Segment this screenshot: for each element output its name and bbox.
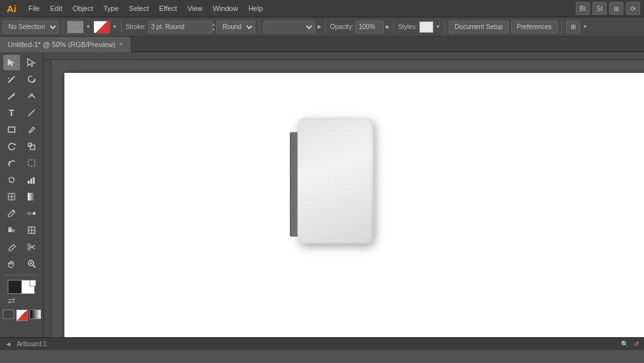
- tool-row-mesh: [1, 189, 42, 204]
- arrange-icon-btn[interactable]: ⊞: [566, 21, 580, 34]
- workspace-icon-btn[interactable]: ⊞: [609, 2, 623, 15]
- hand-tool[interactable]: [3, 256, 20, 271]
- fill-dropdown-arrow[interactable]: ▼: [86, 24, 91, 30]
- menu-view[interactable]: View: [182, 0, 208, 17]
- styles-dropdown-arrow[interactable]: ▼: [435, 24, 440, 30]
- status-zoom-icon[interactable]: 🔍: [621, 340, 629, 348]
- variable-width-item: [263, 21, 315, 34]
- line-tool[interactable]: [23, 105, 40, 121]
- menu-edit[interactable]: Edit: [45, 0, 68, 17]
- eraser-tool[interactable]: [3, 239, 20, 255]
- svg-rect-33: [8, 227, 12, 229]
- styles-swatch[interactable]: [419, 21, 433, 33]
- zoom-tool[interactable]: [23, 256, 40, 271]
- curvature-tool[interactable]: [23, 88, 40, 104]
- live-paint-tool[interactable]: [3, 222, 20, 238]
- pencil-tool[interactable]: [23, 122, 40, 137]
- menu-window[interactable]: Window: [208, 0, 243, 17]
- gradient-swatch[interactable]: [30, 309, 41, 319]
- status-text: Artboard 1: [17, 340, 47, 348]
- menu-help[interactable]: Help: [243, 0, 269, 17]
- tool-row-rotate: [1, 139, 42, 154]
- stroke-down-arrow[interactable]: ▼: [212, 27, 216, 32]
- stroke-swatch[interactable]: [93, 21, 110, 34]
- stroke-up-arrow[interactable]: ▲: [212, 22, 216, 27]
- rotate-tool[interactable]: [3, 139, 20, 154]
- stroke-spinners[interactable]: ▲ ▼: [212, 22, 216, 32]
- svg-rect-32: [12, 229, 15, 232]
- selection-dropdown[interactable]: No Selection: [3, 21, 59, 34]
- magic-wand-tool[interactable]: ✦: [3, 72, 20, 87]
- toolbox: ✦ T: [0, 52, 44, 350]
- stroke-type-dropdown[interactable]: Round: [216, 21, 255, 34]
- preferences-button[interactable]: Preferences: [511, 21, 558, 34]
- tool-row-type: T: [1, 105, 42, 121]
- menu-object[interactable]: Object: [68, 0, 99, 17]
- canvas-area[interactable]: [52, 60, 644, 350]
- reset-colors-icon[interactable]: [30, 280, 36, 286]
- mesh-tool[interactable]: [3, 189, 20, 204]
- rectangle-tool[interactable]: [3, 122, 20, 137]
- arrange-expand[interactable]: ▼: [583, 24, 588, 30]
- menu-file[interactable]: File: [23, 0, 45, 17]
- svg-point-16: [10, 181, 12, 182]
- svg-rect-8: [8, 127, 15, 132]
- stroke-size-item: Stroke: ▲ ▼ Round: [126, 21, 256, 34]
- scale-tool[interactable]: [23, 139, 40, 154]
- status-bar: ◄ Artboard 1 🔍 ↺: [0, 337, 644, 350]
- stroke-label: Stroke:: [126, 23, 146, 30]
- tb-divider-4: [325, 21, 326, 34]
- tool-row-livepaint: [1, 222, 42, 238]
- menu-effect[interactable]: Effect: [154, 0, 182, 17]
- column-graph-tool[interactable]: [23, 172, 40, 188]
- selection-tool[interactable]: [3, 55, 20, 70]
- svg-rect-26: [28, 193, 35, 201]
- tool-row-wand: ✦: [1, 72, 42, 87]
- warp-tool[interactable]: [3, 155, 20, 171]
- ruler-vertical: [44, 60, 52, 337]
- tb-divider-6: [444, 21, 445, 34]
- pen-tool[interactable]: [3, 88, 20, 104]
- direct-selection-tool[interactable]: [23, 55, 40, 70]
- slice-tool[interactable]: [23, 222, 40, 238]
- tool-row-symbol: [1, 172, 42, 188]
- stock-icon-btn[interactable]: St: [592, 2, 607, 15]
- status-arrow-icon[interactable]: ◄: [5, 340, 12, 348]
- swap-colors-icon[interactable]: ⇄: [8, 295, 15, 306]
- document-setup-button[interactable]: Document Setup: [449, 21, 509, 34]
- color-mode-swatch[interactable]: [3, 309, 14, 319]
- variable-width-dropdown[interactable]: [263, 21, 315, 34]
- symbol-sprayer-tool[interactable]: [3, 172, 20, 188]
- free-transform-tool[interactable]: [23, 155, 40, 171]
- svg-text:✦: ✦: [7, 76, 10, 80]
- foreground-color[interactable]: [8, 280, 22, 294]
- bridge-icon-btn[interactable]: Br: [576, 2, 590, 15]
- stroke-dropdown-arrow[interactable]: ▼: [112, 24, 117, 30]
- fill-swatch[interactable]: [67, 21, 84, 34]
- opacity-expand[interactable]: ▶: [386, 24, 390, 30]
- menu-select[interactable]: Select: [124, 0, 154, 17]
- tab-bar: Untitled-1* @ 50% (RGB/Preview) ×: [0, 37, 644, 52]
- none-swatch[interactable]: [16, 309, 28, 321]
- stroke-input[interactable]: [148, 21, 213, 34]
- svg-rect-17: [28, 181, 30, 184]
- type-tool[interactable]: T: [3, 105, 20, 121]
- expand-arrow[interactable]: ▶: [317, 24, 321, 30]
- opacity-input[interactable]: [355, 21, 384, 34]
- document-tab[interactable]: Untitled-1* @ 50% (RGB/Preview) ×: [0, 37, 131, 52]
- menu-type[interactable]: Type: [99, 0, 124, 17]
- tool-row-warp: [1, 155, 42, 171]
- tool-row-eyedropper: [1, 206, 42, 221]
- scissors-tool[interactable]: [23, 239, 40, 255]
- ai-logo: Ai: [0, 0, 23, 17]
- lasso-tool[interactable]: [23, 72, 40, 87]
- sync-icon-btn[interactable]: ⟳: [626, 2, 640, 15]
- shape-object[interactable]: [290, 118, 377, 247]
- tool-row-rect: [1, 122, 42, 137]
- status-reset-icon[interactable]: ↺: [634, 340, 639, 348]
- tab-close-button[interactable]: ×: [119, 41, 123, 48]
- blend-tool[interactable]: [23, 206, 40, 221]
- gradient-tool[interactable]: [23, 189, 40, 204]
- eyedropper-tool[interactable]: [3, 206, 20, 221]
- tb-divider-5: [393, 21, 394, 34]
